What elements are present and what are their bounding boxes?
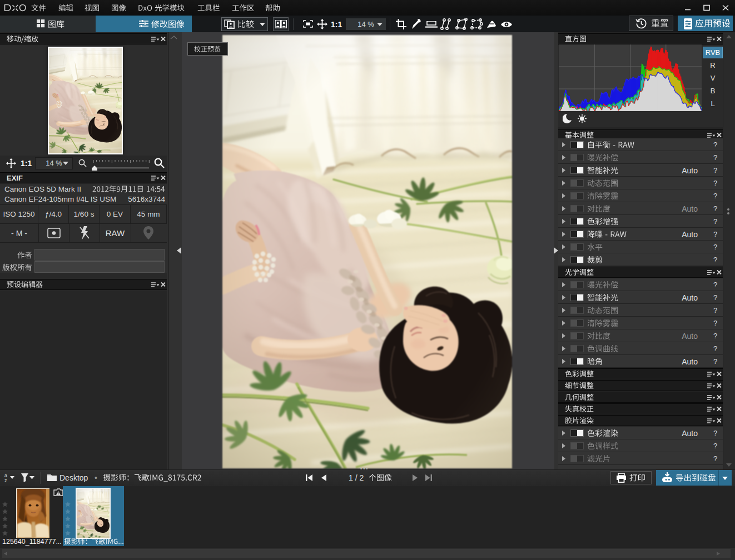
- svg-text:z: z: [4, 478, 7, 483]
